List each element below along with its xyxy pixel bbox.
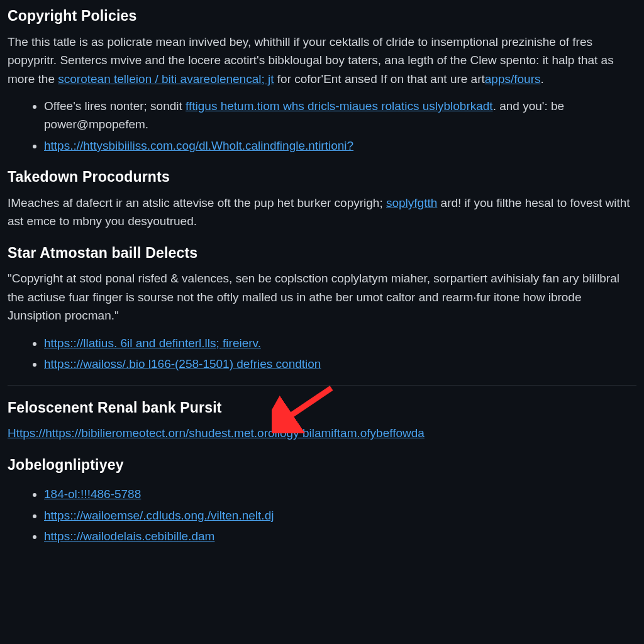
inline-link-soply[interactable]: soplyfgtth <box>386 196 437 209</box>
list-link[interactable]: fftigus hetum.tiom whs dricls-miaues rol… <box>186 99 493 113</box>
document-body: Copyright Policies The this tatle is as … <box>0 0 644 570</box>
list-link[interactable]: 184-ol:!!!486-5788 <box>44 487 141 501</box>
list-link[interactable]: https.://httysbibiiliss.com.cog/dl.Wholt… <box>44 139 353 152</box>
heading-copyright-policies: Copyright Policies <box>8 5 636 28</box>
text-run: IMeaches af dafecrt ir an atslic attevis… <box>8 196 386 209</box>
text-run: for cofor'Ent ansed If on that ant ure a… <box>274 72 485 86</box>
heading-takedown: Takedown Procodurnts <box>8 166 636 189</box>
paragraph-takedown: IMeaches af dafecrt ir an atslic attevis… <box>8 194 636 231</box>
list-item: https.://httysbibiiliss.com.cog/dl.Wholt… <box>44 136 636 155</box>
list-link[interactable]: https:://llatius. 6il and definterl.lls;… <box>44 336 261 350</box>
text-run: . <box>541 72 544 86</box>
list-link[interactable]: https:://wailodelais.cebibille.dam <box>44 530 214 543</box>
list-jobel: 184-ol:!!!486-5788 https:://wailoemse/.c… <box>8 485 636 545</box>
list-item: https:://wailoemse/.cdluds.ong./vilten.n… <box>44 506 636 525</box>
list-item: https:://wailodelais.cebibille.dam <box>44 527 636 545</box>
list-star: https:://llatius. 6il and definterl.lls;… <box>8 334 636 374</box>
list-link[interactable]: https:://wailoss/.bio l166-(258-1501) de… <box>44 357 321 370</box>
paragraph-copyright: The this tatle is as policrate mean invi… <box>8 33 636 88</box>
list-link[interactable]: https:://wailoemse/.cdluds.ong./vilten.n… <box>44 509 274 522</box>
heading-jobel: Jobelognliptiyey <box>8 454 636 477</box>
section-feloscenent: Feloscenent Renal bank Pursit <box>8 397 636 419</box>
inline-link-apps[interactable]: apps/fours <box>485 72 541 86</box>
paragraph-feloscenent-link: Https://https://bibilieromeotect.orn/shu… <box>8 424 636 442</box>
list-item: https:://wailoss/.bio l166-(258-1501) de… <box>44 355 636 373</box>
heading-feloscenent: Feloscenent Renal bank Pursit <box>8 397 636 419</box>
text-run: Offee's lires nonter; sondit <box>44 99 186 113</box>
heading-star-atmostan: Star Atmostan baill Delects <box>8 242 636 265</box>
list-item: https:://llatius. 6il and definterl.lls;… <box>44 334 636 352</box>
list-copyright: Offee's lires nonter; sondit fftigus het… <box>8 97 636 155</box>
divider <box>8 385 636 386</box>
inline-link-scorotean[interactable]: scorotean telleion / biti avareolenencal… <box>58 72 274 86</box>
list-item: 184-ol:!!!486-5788 <box>44 485 636 503</box>
list-item: Offee's lires nonter; sondit fftigus het… <box>44 97 636 134</box>
paragraph-star: "Copyright at stod ponal risfed & valenc… <box>8 269 636 325</box>
standalone-link[interactable]: Https://https://bibilieromeotect.orn/shu… <box>8 426 425 440</box>
